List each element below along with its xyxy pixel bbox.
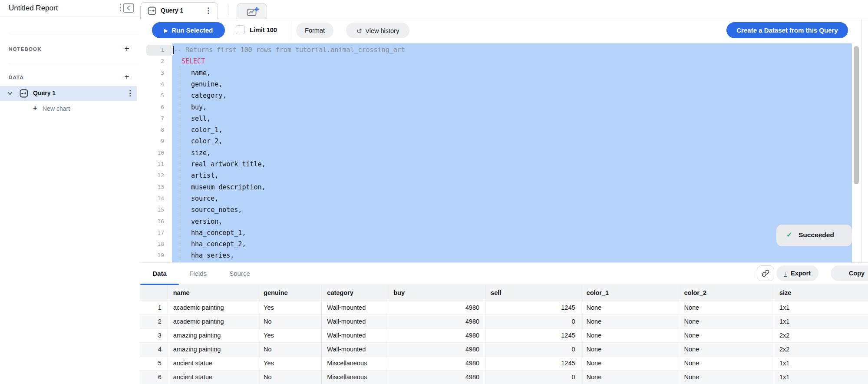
sql-editor[interactable]: 12345678910111213141516171819 -- Returns… [140,43,868,262]
code-line-15: source_notes, [191,204,242,215]
tab-source[interactable]: Source [217,263,262,285]
sidebar-divider [0,16,140,17]
status-badge: ✓ Succeeded [776,225,852,246]
add-data-button[interactable]: + [122,73,132,82]
code-line-1: -- Returns first 100 rows from tutorial.… [174,44,405,56]
copy-button[interactable]: Copy [831,265,868,281]
cell-size: 1x1 [774,314,868,328]
line-number: 6 [140,104,164,110]
column-header-category[interactable]: category [322,285,388,301]
tab-data[interactable]: Data [140,263,179,285]
query-cell-icon [147,6,157,17]
format-button[interactable]: Format [296,23,333,38]
line-number: 15 [140,206,164,213]
results-table-wrap: namegenuinecategorybuysellcolor_1color_2… [140,285,868,384]
row-number: 6 [140,370,168,384]
line-number: 17 [140,229,164,236]
cell-color_1: None [581,328,679,342]
editor-selection [172,43,852,262]
column-header-name[interactable]: name [168,285,258,301]
code-line-10: size, [191,147,211,159]
chevron-down-icon[interactable] [7,90,13,98]
code-line-9: color_2, [191,136,222,147]
row-number: 5 [140,356,168,370]
cell-category: Wall-mounted [322,314,388,328]
cell-name: amazing painting [168,342,258,356]
cell-color_2: None [679,342,774,356]
add-notebook-cell-button[interactable]: + [122,44,132,54]
cell-name: ancient statue [168,356,258,370]
status-label: Succeeded [799,231,834,239]
cell-sell: 1245 [485,301,581,314]
export-button[interactable]: ↓Export [776,265,818,281]
tab-query-1[interactable]: Query 1 ⋮ [140,2,218,19]
cell-size: 2x2 [774,342,868,356]
run-selected-button[interactable]: ▶Run Selected [152,22,225,38]
tab-query-label: Query 1 [161,7,183,14]
code-line-3: name, [191,67,211,79]
toolbar-divider [291,22,291,39]
card-right-border [861,19,861,262]
cell-color_2: None [679,328,774,342]
cell-color_1: None [581,314,679,328]
create-dataset-button[interactable]: Create a Dataset from this Query [726,22,848,38]
cell-buy: 4980 [388,301,485,314]
line-number: 13 [140,184,164,190]
column-header-size[interactable]: size [774,285,868,301]
line-number: 19 [140,252,164,258]
limit-checkbox[interactable] [236,25,245,34]
row-number: 3 [140,328,168,342]
line-number: 12 [140,172,164,179]
cell-color_2: None [679,370,774,384]
sidebar-item-new-chart[interactable]: + New chart [0,103,137,115]
line-number: 10 [140,149,164,156]
line-number: 8 [140,126,164,133]
code-line-7: sell, [191,113,211,124]
share-link-button[interactable] [757,265,774,281]
table-row-1[interactable]: 1academic paintingYesWall-mounted4980124… [140,301,868,314]
cell-buy: 4980 [388,342,485,356]
line-number: 2 [140,58,164,64]
code-line-5: category, [191,90,226,101]
table-row-4[interactable]: 4amazing paintingNoWall-mounted49800None… [140,342,868,356]
tab-kebab-menu-icon[interactable]: ⋮ [205,7,212,14]
sidebar-item-query-1[interactable]: Query 1 ⋮ [0,86,137,101]
check-icon: ✓ [786,231,792,239]
line-number: 9 [140,138,164,144]
report-title[interactable]: Untitled Report [9,4,58,13]
table-row-2[interactable]: 2academic paintingNoWall-mounted49800Non… [140,314,868,328]
line-number: 3 [140,70,164,76]
table-row-5[interactable]: 5ancient statueYesMiscellaneous49801245N… [140,356,868,370]
line-number: 5 [140,92,164,99]
limit-label: Limit 100 [250,26,277,33]
tab-add-chart[interactable] [237,3,267,19]
cell-color_2: None [679,356,774,370]
view-history-button[interactable]: ↺View history [346,23,409,38]
code-line-16: version, [191,216,222,227]
line-number: 4 [140,81,164,87]
cell-color_1: None [581,342,679,356]
cell-name: amazing painting [168,328,258,342]
table-row-3[interactable]: 3amazing paintingYesWall-mounted49801245… [140,328,868,342]
column-header-genuine[interactable]: genuine [258,285,322,301]
kebab-menu-icon[interactable]: ⋮ [126,89,134,97]
collapse-sidebar-icon[interactable] [118,3,135,13]
app-window: Untitled Report NOTEBOOK + DATA + [0,0,868,384]
line-number: 11 [140,161,164,167]
editor-scrollbar[interactable] [854,46,859,184]
column-header-color_2[interactable]: color_2 [679,285,774,301]
row-number: 4 [140,342,168,356]
sidebar-divider [9,34,139,34]
tab-fields[interactable]: Fields [179,263,217,285]
column-header-color_1[interactable]: color_1 [581,285,679,301]
code-line-11: real_artwork_title, [191,159,266,170]
column-header-sell[interactable]: sell [485,285,581,301]
cell-buy: 4980 [388,370,485,384]
code-line-6: buy, [191,102,207,113]
table-row-6[interactable]: 6ancient statueNoMiscellaneous49800NoneN… [140,370,868,384]
line-number: 1 [140,46,164,53]
plus-icon: + [33,104,37,112]
cell-genuine: No [258,314,322,328]
results-tabbar: Data Fields Source ↓Export Copy [140,263,868,285]
column-header-buy[interactable]: buy [388,285,485,301]
